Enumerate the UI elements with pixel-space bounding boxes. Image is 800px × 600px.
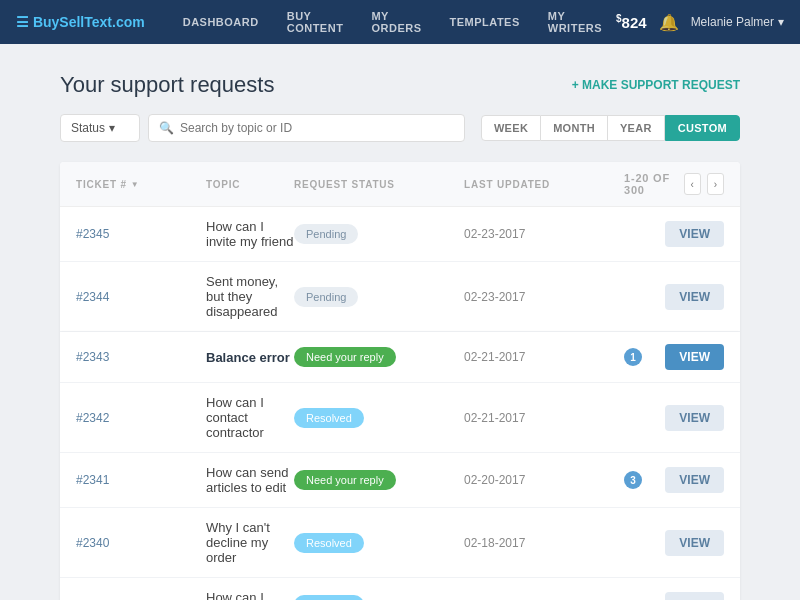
ticket-topic: Sent money, but they disappeared: [206, 274, 294, 319]
ticket-topic: How can I contact contractor: [206, 395, 294, 440]
ticket-number: #2345: [76, 227, 206, 241]
ticket-number: #2341: [76, 473, 206, 487]
nav-buy-content[interactable]: BUY CONTENT: [273, 0, 358, 44]
page-header: Your support requests MAKE SUPPORT REQUE…: [60, 72, 740, 98]
status-dropdown[interactable]: Status ▾: [60, 114, 140, 142]
status-badge: Resolved: [294, 595, 364, 600]
search-input[interactable]: [180, 121, 454, 135]
view-button[interactable]: VIEW: [665, 221, 724, 247]
unread-count-badge: 3: [624, 471, 642, 489]
col-updated: LAST UPDATED: [464, 179, 624, 190]
col-status: REQUEST STATUS: [294, 179, 464, 190]
col-topic: TOPIC: [206, 179, 294, 190]
prev-page-button[interactable]: ‹: [684, 173, 701, 195]
row-actions: VIEW: [624, 284, 724, 310]
table-row: #2345 How can I invite my friend Pending…: [60, 207, 740, 262]
user-menu[interactable]: Melanie Palmer ▾: [691, 15, 784, 29]
ticket-topic: Why I can't decline my order: [206, 520, 294, 565]
table-rows: #2345 How can I invite my friend Pending…: [60, 207, 740, 600]
sort-icon: ▼: [131, 180, 140, 189]
status-badge: Need your reply: [294, 347, 396, 367]
view-button[interactable]: VIEW: [665, 592, 724, 600]
search-icon: 🔍: [159, 121, 174, 135]
table-row: #2341 How can send articles to edit Need…: [60, 453, 740, 508]
brand-text: ☰ BuySellText: [16, 14, 112, 30]
last-updated: 02-20-2017: [464, 473, 624, 487]
chevron-down-icon: ▾: [109, 121, 115, 135]
search-box: 🔍: [148, 114, 465, 142]
last-updated: 02-21-2017: [464, 350, 624, 364]
table-header: TICKET # ▼ TOPIC REQUEST STATUS LAST UPD…: [60, 162, 740, 207]
status-label: Status: [71, 121, 105, 135]
status-cell: Pending: [294, 224, 464, 244]
table-row: #2339 How can I decline order Resolved 0…: [60, 578, 740, 600]
table-row: #2342 How can I contact contractor Resol…: [60, 383, 740, 453]
view-button[interactable]: VIEW: [665, 405, 724, 431]
status-cell: Need your reply: [294, 347, 464, 367]
brand-logo[interactable]: ☰ BuySellText.com: [16, 14, 145, 30]
main-content: Your support requests MAKE SUPPORT REQUE…: [0, 44, 800, 600]
pagination-info: 1-20 of 300 ‹ ›: [624, 172, 724, 196]
ticket-topic: How can I decline order: [206, 590, 294, 600]
balance-display: $824: [616, 13, 647, 31]
make-support-request-button[interactable]: MAKE SUPPORT REQUEST: [572, 78, 740, 92]
table-row: #2343 Balance error Need your reply 02-2…: [60, 332, 740, 383]
nav-dashboard[interactable]: DASHBOARD: [169, 0, 273, 44]
last-updated: 02-18-2017: [464, 536, 624, 550]
ticket-number: #2344: [76, 290, 206, 304]
row-actions: 3 VIEW: [624, 467, 724, 493]
filter-row: Status ▾ 🔍 WEEK MONTH YEAR CUSTOM: [60, 114, 740, 142]
brand-tld: .com: [112, 14, 145, 30]
status-cell: Resolved: [294, 595, 464, 600]
ticket-number: #2342: [76, 411, 206, 425]
navbar-right: $824 🔔 Melanie Palmer ▾: [616, 13, 784, 32]
last-updated: 02-23-2017: [464, 227, 624, 241]
status-cell: Resolved: [294, 533, 464, 553]
status-cell: Pending: [294, 287, 464, 307]
user-name: Melanie Palmer: [691, 15, 774, 29]
navbar: ☰ BuySellText.com DASHBOARD BUY CONTENT …: [0, 0, 800, 44]
row-actions: 1 VIEW: [624, 344, 724, 370]
page-title: Your support requests: [60, 72, 274, 98]
ticket-topic: How can I invite my friend: [206, 219, 294, 249]
status-badge: Pending: [294, 224, 358, 244]
support-table: TICKET # ▼ TOPIC REQUEST STATUS LAST UPD…: [60, 162, 740, 600]
col-pagination: 1-20 of 300 ‹ ›: [624, 172, 724, 196]
row-actions: VIEW: [624, 221, 724, 247]
view-button[interactable]: VIEW: [665, 530, 724, 556]
week-filter-button[interactable]: WEEK: [481, 115, 541, 141]
month-filter-button[interactable]: MONTH: [541, 115, 608, 141]
row-actions: VIEW: [624, 530, 724, 556]
last-updated: 02-23-2017: [464, 290, 624, 304]
ticket-topic: Balance error: [206, 350, 294, 365]
last-updated: 02-21-2017: [464, 411, 624, 425]
nav-my-writers[interactable]: MY WRITERS: [534, 0, 616, 44]
table-row: #2340 Why I can't decline my order Resol…: [60, 508, 740, 578]
unread-count-badge: 1: [624, 348, 642, 366]
view-button[interactable]: VIEW: [665, 284, 724, 310]
status-cell: Need your reply: [294, 470, 464, 490]
view-button[interactable]: VIEW: [665, 467, 724, 493]
row-actions: VIEW: [624, 405, 724, 431]
chevron-down-icon: ▾: [778, 15, 784, 29]
notification-bell-icon[interactable]: 🔔: [659, 13, 679, 32]
view-button[interactable]: VIEW: [665, 344, 724, 370]
row-actions: VIEW: [624, 592, 724, 600]
nav-my-orders[interactable]: MY ORDERS: [357, 0, 435, 44]
ticket-number: #2340: [76, 536, 206, 550]
time-filters: WEEK MONTH YEAR CUSTOM: [481, 115, 740, 141]
nav-links: DASHBOARD BUY CONTENT MY ORDERS TEMPLATE…: [169, 0, 616, 44]
next-page-button[interactable]: ›: [707, 173, 724, 195]
status-cell: Resolved: [294, 408, 464, 428]
status-badge: Pending: [294, 287, 358, 307]
ticket-number: #2343: [76, 350, 206, 364]
nav-templates[interactable]: TEMPLATES: [436, 0, 534, 44]
table-row: #2344 Sent money, but they disappeared P…: [60, 262, 740, 332]
status-badge: Resolved: [294, 533, 364, 553]
status-badge: Need your reply: [294, 470, 396, 490]
ticket-topic: How can send articles to edit: [206, 465, 294, 495]
custom-filter-button[interactable]: CUSTOM: [665, 115, 740, 141]
status-badge: Resolved: [294, 408, 364, 428]
year-filter-button[interactable]: YEAR: [608, 115, 665, 141]
col-ticket: TICKET # ▼: [76, 179, 206, 190]
